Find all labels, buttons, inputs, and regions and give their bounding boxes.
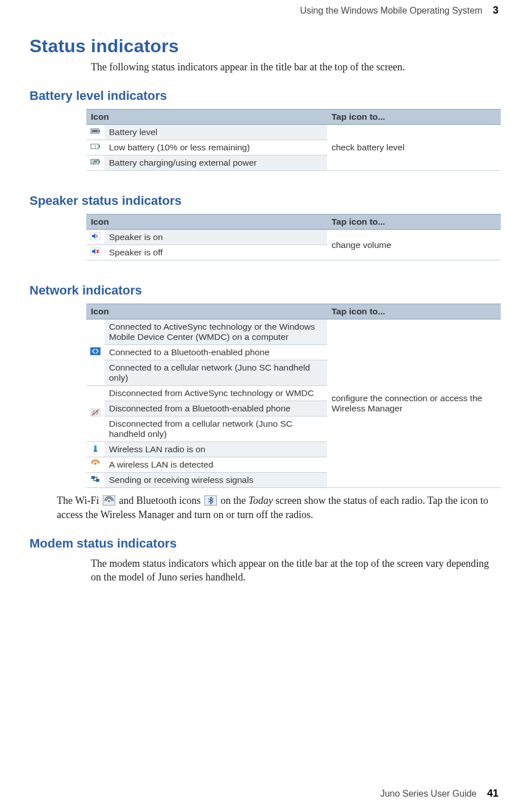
speaker-heading: Speaker status indicators <box>30 193 498 208</box>
svg-rect-21 <box>96 479 99 482</box>
battery-charging-icon <box>86 155 104 171</box>
battery-table: Icon Tap icon to... Battery level check … <box>86 109 501 171</box>
wlan-detected-icon <box>86 457 104 473</box>
svg-rect-20 <box>91 476 95 479</box>
col-icon: Icon <box>86 304 327 319</box>
bluetooth-icon <box>204 495 217 506</box>
col-icon: Icon <box>86 214 327 230</box>
svg-rect-1 <box>99 130 100 132</box>
network-heading: Network indicators <box>30 283 498 298</box>
svg-point-19 <box>94 462 97 465</box>
col-action: Tap icon to... <box>327 110 501 125</box>
col-action: Tap icon to... <box>327 214 501 230</box>
svg-rect-4 <box>99 145 100 148</box>
table-row-label: Connected to a Bluetooth-enabled phone <box>104 345 327 360</box>
network-table: Icon Tap icon to... Connected to ActiveS… <box>86 304 501 488</box>
sync-connected-icon <box>86 319 104 386</box>
intro-text: The following status indicators appear i… <box>91 60 498 74</box>
speaker-off-icon <box>86 245 104 260</box>
table-row-label: Sending or receiving wireless signals <box>104 473 327 488</box>
svg-rect-7 <box>99 161 100 163</box>
col-icon: Icon <box>86 110 327 125</box>
wifi-note-posta: on the <box>220 495 248 506</box>
table-row-label: Connected to a cellular network (Juno SC… <box>104 360 327 386</box>
wlan-radio-on-icon <box>86 442 104 457</box>
battery-heading: Battery level indicators <box>30 89 498 103</box>
table-row-label: Wireless LAN radio is on <box>104 442 327 457</box>
running-header: Using the Windows Mobile Operating Syste… <box>30 5 498 16</box>
chapter-number: 3 <box>493 5 498 16</box>
table-row-label: Speaker is off <box>104 245 327 260</box>
wifi-note-pre: The Wi-Fi <box>57 495 102 506</box>
wifi-note-mid: and Bluetooth icons <box>119 495 203 506</box>
svg-rect-2 <box>92 130 98 132</box>
table-row-label: Battery level <box>104 125 327 140</box>
svg-rect-17 <box>94 445 97 451</box>
modem-body: The modem status indicators which appear… <box>91 557 498 584</box>
svg-text:!: ! <box>95 144 97 150</box>
svg-point-23 <box>108 500 110 502</box>
speaker-on-icon <box>86 230 104 245</box>
svg-rect-18 <box>94 451 97 452</box>
battery-action: check battery level <box>327 125 501 171</box>
svg-rect-14 <box>90 347 100 355</box>
page-title: Status indicators <box>30 36 498 57</box>
table-row-label: Connected to ActiveSync technology or th… <box>104 319 327 345</box>
col-action: Tap icon to... <box>327 304 501 319</box>
battery-low-icon: ! <box>86 140 104 155</box>
table-row-label: Speaker is on <box>104 230 327 245</box>
wireless-signals-icon <box>86 473 104 488</box>
running-title: Using the Windows Mobile Operating Syste… <box>300 6 483 15</box>
network-action: configure the connection or access the W… <box>327 319 501 488</box>
modem-heading: Modem status indicators <box>30 536 498 551</box>
page-footer: Juno Series User Guide 41 <box>380 788 498 800</box>
table-row-label: A wireless LAN is detected <box>104 457 327 473</box>
speaker-action: change volume <box>327 230 501 260</box>
page-number: 41 <box>487 788 498 799</box>
today-screen-name: Today <box>248 495 273 506</box>
sync-disconnected-icon <box>86 386 104 442</box>
wifi-icon <box>103 495 115 506</box>
wifi-note: The Wi-Fi and Bluetooth icons on the Tod… <box>57 494 498 521</box>
table-row-label: Disconnected from a Bluetooth-enabled ph… <box>104 401 327 416</box>
table-row-label: Battery charging/using external power <box>104 155 327 171</box>
battery-level-icon <box>86 125 104 140</box>
table-row-label: Low battery (10% or less remaining) <box>104 140 327 155</box>
speaker-table: Icon Tap icon to... Speaker is on change… <box>86 214 501 260</box>
table-row-label: Disconnected from ActiveSync technology … <box>104 386 327 401</box>
table-row-label: Disconnected from a cellular network (Ju… <box>104 416 327 442</box>
guide-name: Juno Series User Guide <box>380 789 477 798</box>
